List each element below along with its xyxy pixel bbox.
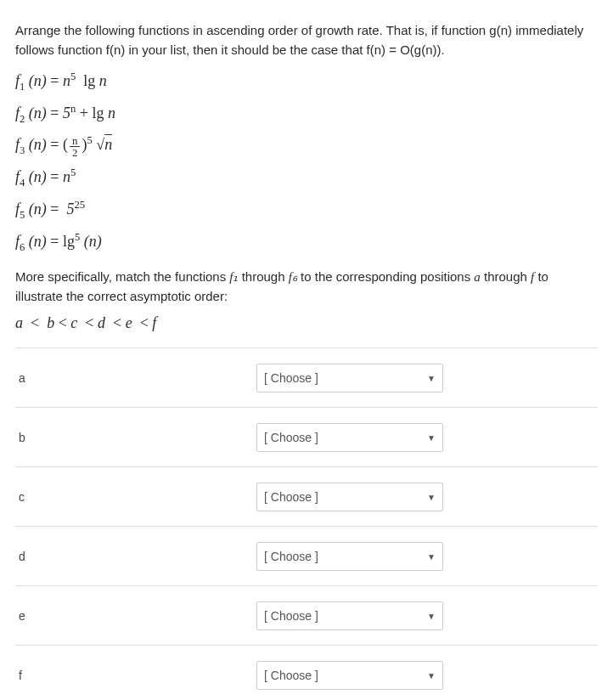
question-detail: More specifically, match the functions f… bbox=[15, 268, 598, 306]
chevron-down-icon: ▼ bbox=[427, 373, 436, 382]
function-f5: f5 (n) = 525 bbox=[15, 196, 598, 223]
match-select-b[interactable]: [ Choose ] ▼ bbox=[256, 423, 443, 452]
chevron-down-icon: ▼ bbox=[427, 671, 436, 680]
function-f2: f2 (n) = 5n + lg n bbox=[15, 100, 598, 127]
match-row-d: d [ Choose ] ▼ bbox=[15, 527, 598, 586]
match-label-f: f bbox=[19, 669, 256, 682]
match-select-c[interactable]: [ Choose ] ▼ bbox=[256, 483, 443, 511]
function-list: f1 (n) = n5 lg n f2 (n) = 5n + lg n f3 (… bbox=[15, 68, 598, 255]
match-select-f[interactable]: [ Choose ] ▼ bbox=[256, 661, 443, 690]
match-row-f: f [ Choose ] ▼ bbox=[15, 646, 598, 700]
question-intro: Arrange the following functions in ascen… bbox=[15, 21, 598, 59]
function-f4: f4 (n) = n5 bbox=[15, 164, 598, 191]
function-f1: f1 (n) = n5 lg n bbox=[15, 68, 598, 95]
match-select-e[interactable]: [ Choose ] ▼ bbox=[256, 601, 443, 630]
chevron-down-icon: ▼ bbox=[427, 551, 436, 561]
match-label-b: b bbox=[19, 431, 256, 444]
match-label-a: a bbox=[19, 371, 256, 385]
chevron-down-icon: ▼ bbox=[427, 432, 436, 442]
function-f6: f6 (n) = lg5 (n) bbox=[15, 229, 598, 256]
match-row-b: b [ Choose ] ▼ bbox=[15, 408, 598, 467]
match-select-d[interactable]: [ Choose ] ▼ bbox=[256, 542, 443, 571]
match-select-a[interactable]: [ Choose ] ▼ bbox=[256, 364, 443, 392]
chevron-down-icon: ▼ bbox=[427, 492, 436, 501]
match-label-c: c bbox=[19, 490, 256, 504]
function-f3: f3 (n) = (n2)5 √n bbox=[15, 132, 598, 159]
match-label-e: e bbox=[19, 609, 256, 623]
match-row-a: a [ Choose ] ▼ bbox=[15, 348, 598, 408]
match-row-c: c [ Choose ] ▼ bbox=[15, 467, 598, 527]
match-label-d: d bbox=[19, 550, 256, 563]
chevron-down-icon: ▼ bbox=[427, 611, 436, 620]
order-relation: a < b < c < d < e < f bbox=[15, 314, 598, 332]
matching-rows: a [ Choose ] ▼ b [ Choose ] ▼ c [ Ch bbox=[15, 347, 598, 700]
match-row-e: e [ Choose ] ▼ bbox=[15, 586, 598, 646]
